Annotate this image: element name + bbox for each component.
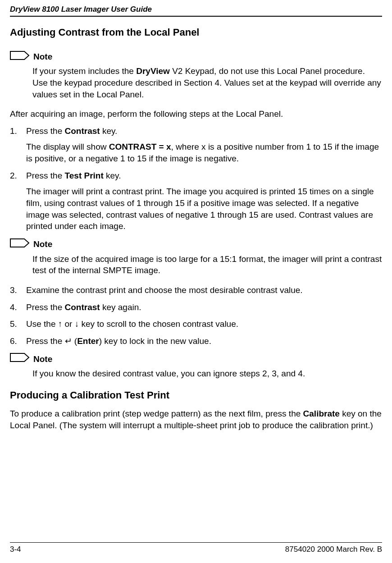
step1-sub: The display will show CONTRAST = x, wher… (26, 141, 382, 164)
note-heading-3: Note (10, 353, 382, 365)
step4-bold: Contrast (65, 302, 100, 312)
note-tag-icon (10, 353, 30, 365)
note1-pre: If your system includes the (32, 66, 136, 76)
step6-post: ) key to lock in the new value. (99, 336, 211, 346)
note-label-text: Note (33, 353, 52, 365)
note-body-3: If you know the desired contrast value, … (32, 368, 382, 380)
step2-post: key. (104, 171, 121, 180)
enter-icon: ↵ (65, 336, 72, 346)
intro-para: After acquiring an image, perform the fo… (10, 108, 382, 120)
note-tag-icon (10, 238, 30, 251)
down-arrow-icon: ↓ (75, 319, 79, 329)
step5-mid: or (62, 319, 74, 329)
step1-bold: Contrast (65, 126, 100, 136)
step6-open: ( (72, 336, 77, 346)
note-tag-icon (10, 51, 30, 63)
note-body-1: If your system includes the DryView V2 K… (32, 65, 382, 100)
calibration-body: To produce a calibration print (step wed… (10, 408, 382, 431)
step-2: Press the Test Print key. The imager wil… (10, 170, 382, 232)
step4-post: key again. (100, 302, 141, 312)
section-title-calibration: Producing a Calibration Test Print (10, 389, 382, 402)
step-5: Use the ↑ or ↓ key to scroll to the chos… (10, 318, 382, 330)
header-title: DryView 8100 Laser Imager User Guide (10, 5, 152, 14)
step-4: Press the Contrast key again. (10, 302, 382, 313)
step1-post: key. (100, 126, 118, 136)
up-arrow-icon: ↑ (58, 319, 63, 329)
step2-pre: Press the (26, 171, 65, 180)
note-label-text: Note (33, 51, 52, 63)
note-heading-2: Note (10, 238, 382, 251)
step1-sub-pre: The display will show (26, 142, 109, 151)
page-number: 3-4 (10, 545, 21, 555)
step1-pre: Press the (26, 126, 65, 136)
step6-pre: Press the (26, 336, 65, 346)
step4-pre: Press the (26, 302, 65, 312)
note1-bold: DryView (136, 66, 170, 76)
cal-pre: To produce a calibration print (step wed… (10, 409, 303, 418)
page-header: DryView 8100 Laser Imager User Guide (10, 5, 382, 17)
step6-bold: Enter (77, 336, 99, 346)
page-footer: 3-4 8754020 2000 March Rev. B (10, 542, 382, 555)
step1-sub-bold: CONTRAST = x (109, 142, 171, 151)
cal-bold: Calibrate (303, 409, 340, 418)
steps-list-cont: Examine the contrast print and choose th… (10, 284, 382, 347)
step-3: Examine the contrast print and choose th… (10, 284, 382, 296)
step5-post: key to scroll to the chosen contrast val… (79, 319, 238, 329)
footer-right: 8754020 2000 March Rev. B (285, 545, 382, 555)
step2-bold: Test Print (65, 171, 104, 180)
note-heading-1: Note (10, 51, 382, 63)
note-label-text: Note (33, 238, 52, 250)
step5-pre: Use the (26, 319, 58, 329)
section-title-adjusting: Adjusting Contrast from the Local Panel (10, 26, 382, 39)
steps-list: Press the Contrast key. The display will… (10, 125, 382, 232)
step-1: Press the Contrast key. The display will… (10, 125, 382, 165)
note-body-2: If the size of the acquired image is too… (32, 253, 382, 276)
step2-sub: The imager will print a contrast print. … (26, 186, 382, 232)
step-6: Press the ↵ (Enter) key to lock in the n… (10, 335, 382, 347)
